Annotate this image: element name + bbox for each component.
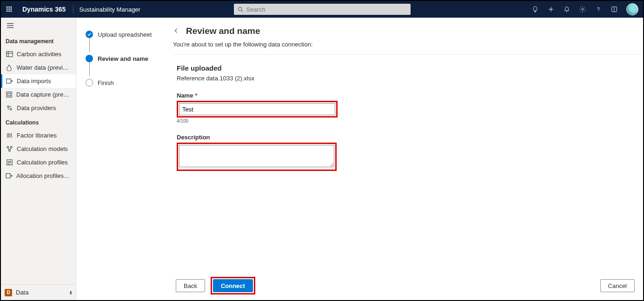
description-field: Description (177, 134, 643, 171)
user-avatar[interactable] (626, 3, 638, 15)
wizard-steps: Upload spreadsheet Review and name Finis… (76, 18, 173, 300)
add-icon[interactable] (547, 6, 555, 13)
hamburger-icon[interactable] (1, 18, 76, 33)
step-finish[interactable]: Finish (86, 77, 167, 88)
library-icon (6, 132, 13, 139)
top-bar: Dynamics 365 Sustainability Manager (1, 1, 643, 18)
svg-point-14 (598, 11, 598, 11)
nav-water-data[interactable]: Water data (preview) (1, 61, 76, 74)
nav-section-calculations: Calculations (1, 115, 76, 129)
svg-line-10 (241, 10, 243, 12)
file-uploaded-heading: File uploaded (177, 64, 643, 72)
svg-rect-20 (6, 52, 12, 57)
lightbulb-icon[interactable] (531, 6, 539, 13)
highlight-box (177, 143, 337, 171)
profile-icon (6, 159, 13, 166)
nav-label: Calculation profiles (17, 159, 68, 166)
brand-label[interactable]: Dynamics 365 (18, 6, 70, 13)
app-launcher-icon[interactable] (1, 6, 18, 13)
nav-factor-libraries[interactable]: Factor libraries (1, 129, 76, 142)
svg-point-34 (8, 150, 10, 151)
name-label: Name (177, 92, 193, 99)
chevron-updown-icon: ▴▾ (70, 290, 72, 295)
name-char-counter: 4/100 (177, 118, 643, 124)
svg-rect-5 (11, 8, 12, 10)
svg-point-33 (10, 146, 12, 148)
page-title: Review and name (186, 26, 260, 36)
svg-rect-23 (6, 79, 10, 83)
gear-icon[interactable] (579, 6, 586, 13)
step-label: Upload spreadsheet (98, 31, 152, 38)
svg-line-31 (11, 133, 12, 137)
help-icon[interactable] (595, 6, 602, 13)
name-input[interactable] (179, 103, 335, 115)
highlight-box: Connect (211, 277, 255, 294)
area-label: Data (16, 289, 66, 296)
svg-rect-0 (7, 7, 8, 8)
divider (73, 5, 73, 13)
nav-label: Data capture (preview) (16, 91, 71, 98)
page-subtitle: You're about to set up the following dat… (173, 41, 632, 48)
area-picker[interactable]: D Data ▴▾ (1, 284, 76, 300)
bell-icon[interactable] (563, 6, 571, 13)
nav-carbon-activities[interactable]: Carbon activities (1, 47, 76, 61)
module-label[interactable]: Sustainability Manager (76, 6, 143, 13)
nav-label: Carbon activities (17, 51, 61, 58)
svg-point-13 (582, 8, 584, 10)
svg-rect-1 (8, 7, 10, 8)
svg-rect-7 (8, 11, 10, 12)
step-label: Finish (98, 79, 114, 86)
search-box[interactable] (234, 4, 411, 15)
area-badge: D (5, 289, 12, 296)
nav-label: Data providers (17, 105, 56, 111)
top-right-actions (531, 3, 643, 15)
import-icon (6, 78, 13, 85)
description-input[interactable] (179, 145, 334, 167)
nav-data-imports[interactable]: Data imports (1, 74, 76, 88)
step-review-and-name[interactable]: Review and name (86, 53, 167, 64)
model-icon (6, 145, 13, 153)
step-pending-icon (86, 79, 93, 86)
nav-label: Factor libraries (17, 132, 57, 139)
highlight-box (177, 101, 338, 118)
svg-rect-6 (7, 11, 8, 12)
cancel-button[interactable]: Cancel (600, 279, 635, 292)
svg-rect-2 (11, 7, 12, 8)
provider-icon (6, 105, 13, 112)
search-input[interactable] (246, 6, 407, 13)
search-icon (238, 7, 244, 13)
book-icon[interactable] (611, 6, 618, 13)
back-chevron-icon[interactable] (173, 27, 179, 35)
water-icon (6, 64, 13, 72)
nav-data-capture[interactable]: Data capture (preview) (1, 88, 76, 101)
step-done-icon (86, 31, 93, 38)
connect-button[interactable]: Connect (213, 279, 253, 292)
wizard-footer: Back Connect Cancel (173, 272, 643, 300)
table-icon (6, 51, 13, 58)
nav-label: Calculation models (17, 145, 68, 152)
svg-rect-24 (7, 92, 12, 97)
uploaded-file-name: Reference data.1033 (2).xlsx (177, 75, 643, 82)
svg-point-32 (7, 146, 8, 148)
allocation-icon (6, 172, 13, 180)
nav-calculation-models[interactable]: Calculation models (1, 142, 76, 156)
svg-rect-25 (8, 93, 11, 96)
svg-point-27 (10, 108, 12, 110)
step-label: Review and name (98, 55, 148, 62)
svg-rect-36 (6, 174, 10, 178)
svg-rect-4 (8, 8, 10, 10)
svg-point-26 (7, 106, 9, 108)
name-field: Name * 4/100 (177, 92, 643, 124)
nav-label: Data imports (17, 78, 51, 85)
svg-rect-3 (7, 8, 8, 10)
nav-calculation-profiles[interactable]: Calculation profiles (1, 156, 76, 169)
nav-data-providers[interactable]: Data providers (1, 101, 76, 115)
svg-rect-8 (11, 11, 12, 12)
svg-point-9 (238, 7, 241, 10)
nav-allocation-profiles[interactable]: Allocation profiles (p... (1, 169, 76, 183)
capture-icon (6, 91, 13, 98)
nav-label: Allocation profiles (p... (16, 172, 71, 179)
nav-label: Water data (preview) (17, 64, 71, 71)
back-button[interactable]: Back (176, 279, 205, 292)
step-upload-spreadsheet[interactable]: Upload spreadsheet (86, 29, 167, 40)
